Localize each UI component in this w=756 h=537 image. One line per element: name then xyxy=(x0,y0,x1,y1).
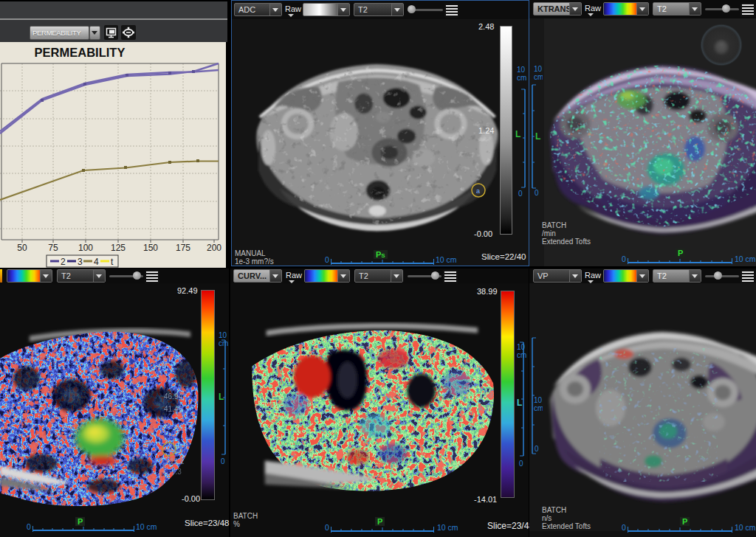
svg-text:50: 50 xyxy=(17,243,27,253)
svg-text:0: 0 xyxy=(221,457,225,465)
svg-text:100: 100 xyxy=(78,243,93,253)
svg-text:cm: cm xyxy=(534,73,543,81)
svg-text:cm: cm xyxy=(517,351,526,359)
svg-text:200: 200 xyxy=(207,243,221,253)
svg-text:L: L xyxy=(515,129,520,139)
svg-text:cm: cm xyxy=(219,339,228,347)
svg-text:10: 10 xyxy=(534,65,543,73)
svg-text:0: 0 xyxy=(518,190,523,196)
svg-text:L: L xyxy=(517,398,522,408)
svg-text:a: a xyxy=(442,390,446,397)
svg-text:a: a xyxy=(476,187,480,195)
svg-text:cm: cm xyxy=(534,404,543,412)
svg-text:10: 10 xyxy=(517,66,526,74)
svg-text:L: L xyxy=(535,131,540,142)
svg-text:10: 10 xyxy=(219,331,227,339)
svg-text:3: 3 xyxy=(78,257,83,267)
svg-text:2: 2 xyxy=(61,257,66,267)
svg-text:0: 0 xyxy=(519,460,523,468)
svg-text:75: 75 xyxy=(48,243,58,253)
svg-text:0: 0 xyxy=(535,445,539,453)
svg-text:cm: cm xyxy=(517,74,526,82)
svg-text:175: 175 xyxy=(176,243,190,253)
svg-text:150: 150 xyxy=(143,243,158,253)
svg-text:10: 10 xyxy=(534,396,543,404)
svg-text:4: 4 xyxy=(94,257,99,267)
svg-text:10: 10 xyxy=(517,343,526,351)
svg-text:0: 0 xyxy=(535,189,539,195)
svg-text:L: L xyxy=(219,392,224,402)
svg-text:125: 125 xyxy=(111,243,126,253)
